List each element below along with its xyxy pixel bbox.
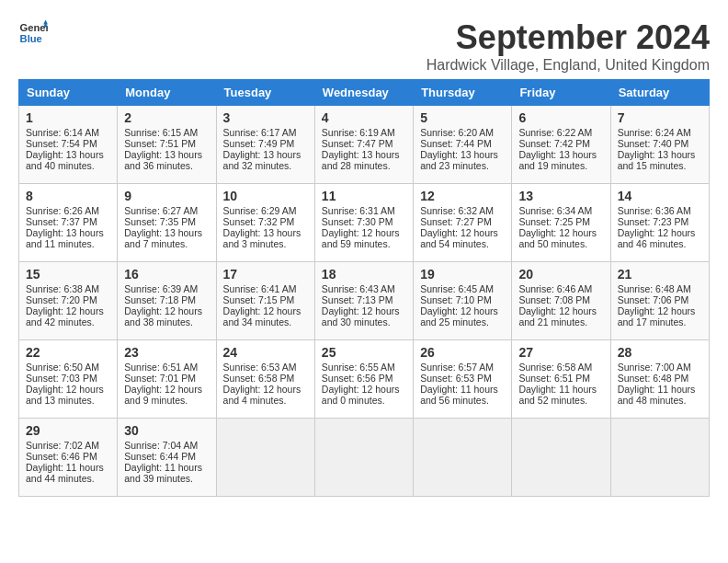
- sunset-text: Sunset: 7:01 PM: [124, 373, 196, 384]
- day-number: 13: [518, 189, 603, 203]
- sunset-text: Sunset: 6:53 PM: [420, 373, 492, 384]
- page-header: General Blue September 2024 Hardwick Vil…: [18, 18, 710, 74]
- day-number: 18: [322, 267, 406, 282]
- col-monday: Monday: [118, 80, 216, 106]
- sunrise-text: Sunrise: 6:46 AM: [518, 283, 592, 294]
- daylight-text: Daylight: 11 hours and 56 minutes.: [420, 384, 498, 406]
- sunset-text: Sunset: 7:18 PM: [124, 294, 196, 305]
- daylight-text: Daylight: 11 hours and 39 minutes.: [124, 462, 202, 484]
- calendar-cell: 17Sunrise: 6:41 AMSunset: 7:15 PMDayligh…: [216, 262, 314, 340]
- sunset-text: Sunset: 7:35 PM: [124, 216, 196, 227]
- sunset-text: Sunset: 7:40 PM: [618, 138, 689, 149]
- day-number: 14: [618, 189, 702, 203]
- sunrise-text: Sunrise: 6:26 AM: [26, 205, 99, 216]
- daylight-text: Daylight: 13 hours and 19 minutes.: [518, 149, 597, 171]
- daylight-text: Daylight: 12 hours and 4 minutes.: [223, 384, 301, 406]
- sunset-text: Sunset: 6:44 PM: [124, 451, 196, 462]
- sunrise-text: Sunrise: 6:17 AM: [223, 127, 297, 138]
- calendar-cell: [512, 419, 610, 497]
- day-number: 23: [124, 345, 209, 360]
- sunset-text: Sunset: 7:30 PM: [322, 216, 393, 227]
- daylight-text: Daylight: 12 hours and 38 minutes.: [124, 305, 202, 327]
- calendar-cell: 20Sunrise: 6:46 AMSunset: 7:08 PMDayligh…: [512, 262, 610, 340]
- calendar-cell: 4Sunrise: 6:19 AMSunset: 7:47 PMDaylight…: [314, 106, 413, 184]
- day-number: 2: [124, 110, 209, 125]
- week-row-2: 8Sunrise: 6:26 AMSunset: 7:37 PMDaylight…: [19, 184, 710, 262]
- sunset-text: Sunset: 6:56 PM: [322, 373, 393, 384]
- sunset-text: Sunset: 7:32 PM: [223, 216, 295, 227]
- sunrise-text: Sunrise: 6:58 AM: [518, 362, 592, 373]
- calendar-cell: 9Sunrise: 6:27 AMSunset: 7:35 PMDaylight…: [118, 184, 216, 262]
- daylight-text: Daylight: 11 hours and 44 minutes.: [26, 462, 104, 484]
- sunrise-text: Sunrise: 6:53 AM: [223, 362, 297, 373]
- sunset-text: Sunset: 7:06 PM: [618, 294, 689, 305]
- daylight-text: Daylight: 12 hours and 34 minutes.: [223, 305, 301, 327]
- calendar-cell: 18Sunrise: 6:43 AMSunset: 7:13 PMDayligh…: [314, 262, 413, 340]
- sunrise-text: Sunrise: 6:38 AM: [26, 283, 99, 294]
- daylight-text: Daylight: 12 hours and 25 minutes.: [420, 305, 498, 327]
- daylight-text: Daylight: 12 hours and 54 minutes.: [420, 227, 498, 249]
- calendar-cell: 11Sunrise: 6:31 AMSunset: 7:30 PMDayligh…: [314, 184, 413, 262]
- logo-icon: General Blue: [18, 18, 48, 48]
- col-tuesday: Tuesday: [216, 80, 314, 106]
- day-number: 30: [124, 423, 209, 438]
- calendar-cell: 26Sunrise: 6:57 AMSunset: 6:53 PMDayligh…: [414, 340, 512, 419]
- calendar-cell: 10Sunrise: 6:29 AMSunset: 7:32 PMDayligh…: [216, 184, 314, 262]
- calendar-cell: 12Sunrise: 6:32 AMSunset: 7:27 PMDayligh…: [414, 184, 512, 262]
- daylight-text: Daylight: 12 hours and 50 minutes.: [518, 227, 597, 249]
- col-saturday: Saturday: [610, 80, 709, 106]
- day-number: 11: [322, 189, 406, 203]
- sunset-text: Sunset: 7:27 PM: [420, 216, 492, 227]
- sunrise-text: Sunrise: 6:50 AM: [26, 362, 99, 373]
- sunset-text: Sunset: 7:08 PM: [518, 294, 590, 305]
- sunset-text: Sunset: 7:03 PM: [26, 373, 97, 384]
- sunrise-text: Sunrise: 6:57 AM: [420, 362, 494, 373]
- daylight-text: Daylight: 12 hours and 13 minutes.: [26, 384, 104, 406]
- sunrise-text: Sunrise: 7:00 AM: [618, 362, 691, 373]
- day-number: 25: [322, 345, 406, 360]
- sunrise-text: Sunrise: 6:39 AM: [124, 283, 198, 294]
- sunset-text: Sunset: 7:25 PM: [518, 216, 590, 227]
- daylight-text: Daylight: 12 hours and 59 minutes.: [322, 227, 400, 249]
- sunrise-text: Sunrise: 7:02 AM: [26, 440, 99, 451]
- calendar-cell: 25Sunrise: 6:55 AMSunset: 6:56 PMDayligh…: [314, 340, 413, 419]
- sunset-text: Sunset: 7:37 PM: [26, 216, 97, 227]
- daylight-text: Daylight: 13 hours and 40 minutes.: [26, 149, 104, 171]
- calendar-cell: 29Sunrise: 7:02 AMSunset: 6:46 PMDayligh…: [19, 419, 118, 497]
- day-number: 4: [322, 110, 406, 125]
- title-block: September 2024 Hardwick Village, England…: [427, 18, 710, 74]
- calendar-cell: 28Sunrise: 7:00 AMSunset: 6:48 PMDayligh…: [610, 340, 709, 419]
- calendar-cell: 21Sunrise: 6:48 AMSunset: 7:06 PMDayligh…: [610, 262, 709, 340]
- sunset-text: Sunset: 7:51 PM: [124, 138, 196, 149]
- sunset-text: Sunset: 6:51 PM: [518, 373, 590, 384]
- sunset-text: Sunset: 7:10 PM: [420, 294, 492, 305]
- daylight-text: Daylight: 13 hours and 3 minutes.: [223, 227, 301, 249]
- calendar-cell: 16Sunrise: 6:39 AMSunset: 7:18 PMDayligh…: [118, 262, 216, 340]
- sunrise-text: Sunrise: 6:22 AM: [518, 127, 592, 138]
- day-number: 12: [420, 189, 505, 203]
- day-number: 15: [26, 267, 110, 282]
- sunset-text: Sunset: 6:46 PM: [26, 451, 97, 462]
- sunrise-text: Sunrise: 6:31 AM: [322, 205, 395, 216]
- day-number: 5: [420, 110, 505, 125]
- sunset-text: Sunset: 6:58 PM: [223, 373, 295, 384]
- calendar-cell: 30Sunrise: 7:04 AMSunset: 6:44 PMDayligh…: [118, 419, 216, 497]
- daylight-text: Daylight: 12 hours and 9 minutes.: [124, 384, 202, 406]
- daylight-text: Daylight: 12 hours and 46 minutes.: [618, 227, 696, 249]
- sunrise-text: Sunrise: 6:45 AM: [420, 283, 494, 294]
- sunset-text: Sunset: 7:20 PM: [26, 294, 97, 305]
- sunset-text: Sunset: 7:47 PM: [322, 138, 393, 149]
- col-wednesday: Wednesday: [314, 80, 413, 106]
- day-number: 10: [223, 189, 308, 203]
- sunrise-text: Sunrise: 6:34 AM: [518, 205, 592, 216]
- month-title: September 2024: [427, 18, 710, 57]
- sunset-text: Sunset: 7:13 PM: [322, 294, 393, 305]
- sunset-text: Sunset: 7:15 PM: [223, 294, 295, 305]
- sunset-text: Sunset: 6:48 PM: [618, 373, 689, 384]
- calendar-cell: 14Sunrise: 6:36 AMSunset: 7:23 PMDayligh…: [610, 184, 709, 262]
- daylight-text: Daylight: 12 hours and 21 minutes.: [518, 305, 597, 327]
- sunrise-text: Sunrise: 6:41 AM: [223, 283, 297, 294]
- calendar-cell: [314, 419, 413, 497]
- calendar-table: Sunday Monday Tuesday Wednesday Thursday…: [18, 79, 710, 497]
- daylight-text: Daylight: 13 hours and 23 minutes.: [420, 149, 498, 171]
